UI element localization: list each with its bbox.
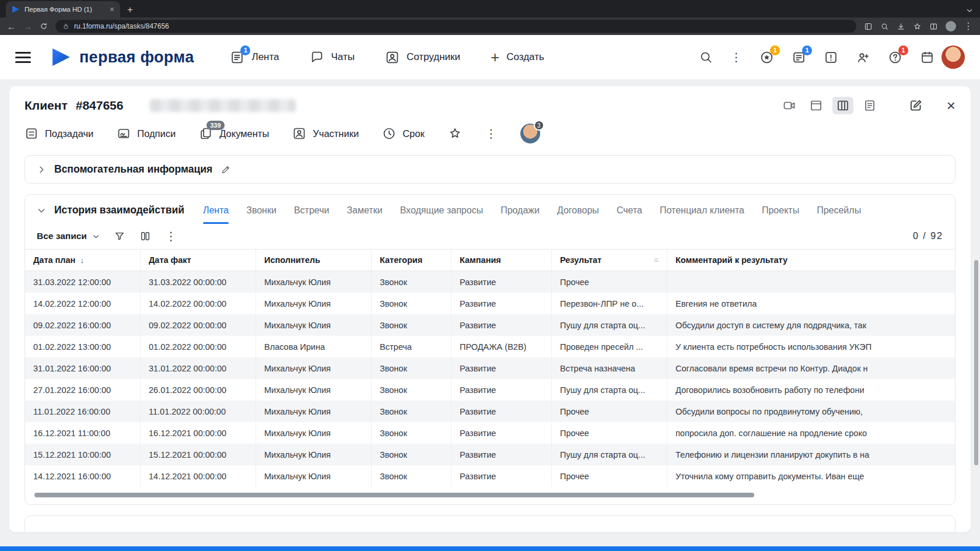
table-cell: Евгения не ответила [667,293,955,314]
history-tab-1[interactable]: Звонки [246,205,276,216]
nav-item-create[interactable]: + Создать [491,51,544,63]
aux-info-section[interactable]: Вспомогательная информация [24,155,956,184]
chevron-down-icon[interactable] [37,206,46,215]
horizontal-scrollbar[interactable] [34,493,946,497]
participants-avatar[interactable]: 3 [520,124,540,143]
user-add-icon[interactable] [856,50,870,65]
sort-desc-icon[interactable]: ↓ [80,256,84,265]
history-tab-0[interactable]: Лента [203,205,229,216]
history-tab-2[interactable]: Встречи [294,205,330,216]
table-row[interactable]: 16.12.2021 11:00:0016.12.2021 00:00:00Ми… [25,422,955,444]
table-row[interactable]: 09.02.2022 16:00:0009.02.2022 00:00:00Ми… [25,314,955,336]
inbox-icon[interactable]: 1 [792,50,806,65]
column-header-comment[interactable]: Комментарий к результату [667,250,955,271]
new-tab-button[interactable]: + [127,5,133,15]
inbox-badge: 1 [802,45,812,55]
column-header-category[interactable]: Категория [372,250,452,271]
chevron-right-icon[interactable] [37,165,46,174]
history-tab-5[interactable]: Продажи [501,205,540,216]
alerts-icon[interactable] [824,50,838,65]
table-row[interactable]: 01.02.2022 13:00:0001.02.2022 00:00:00Вл… [25,336,955,357]
vertical-scrollbar[interactable] [974,260,978,465]
table-view-button[interactable] [832,97,853,114]
header-kebab-icon[interactable]: ⋮ [730,51,742,63]
browser-tab[interactable]: Первая Форма HD (1) × [6,1,120,17]
table-cell: Встреча назначена [552,357,667,379]
column-header-date-plan[interactable]: Дата план ↓ [25,250,141,271]
column-menu-icon[interactable]: ≡ [654,255,659,265]
subtasks-button[interactable]: Подзадачи [24,127,93,141]
table-row[interactable]: 14.12.2021 16:00:0014.12.2021 00:00:00Ми… [25,465,955,487]
table-row[interactable]: 11.01.2022 16:00:0011.01.2022 00:00:00Ми… [25,401,955,422]
edit-pencil-icon[interactable] [220,164,231,175]
browser-menu-icon[interactable]: ⋮ [964,22,973,31]
search-icon[interactable] [699,50,713,64]
columns-settings-icon[interactable] [139,230,151,242]
bottom-accent-bar [0,546,980,551]
documents-button[interactable]: 339 Документы [199,127,269,141]
column-header-date-fact[interactable]: Дата факт [141,250,256,271]
notes-view-button[interactable] [859,97,880,114]
close-icon[interactable]: × [947,98,956,113]
bookmark-star-icon[interactable] [913,22,922,31]
logo-text: первая форма [79,48,194,66]
table-row[interactable]: 14.02.2022 12:00:0014.02.2022 00:00:00Ми… [25,293,955,314]
history-tab-3[interactable]: Заметки [346,205,382,216]
records-filter-dropdown[interactable]: Все записи [37,231,100,241]
edit-task-icon[interactable] [908,98,923,113]
site-info-icon[interactable] [62,23,69,30]
table-row[interactable]: 15.12.2021 10:00:0015.12.2021 00:00:00Ми… [25,444,955,465]
app-logo[interactable]: первая форма [51,48,194,66]
nav-item-employees[interactable]: Сотрудники [385,50,460,65]
hamburger-menu-icon[interactable] [15,52,31,63]
table-cell: Пушу для старта оц... [552,314,667,336]
browser-profile-avatar[interactable] [946,21,956,31]
history-tab-9[interactable]: Проекты [762,205,799,216]
favorites-icon[interactable]: 1 [760,50,774,65]
signatures-button[interactable]: Подписи [117,127,176,141]
history-kebab-icon[interactable]: ⋮ [165,230,177,242]
records-counter: 0 / 92 [913,231,943,241]
table-cell: 16.12.2021 00:00:00 [141,422,256,444]
user-avatar[interactable] [942,45,965,69]
calendar-icon[interactable] [920,50,935,65]
filter-funnel-icon[interactable] [114,230,125,242]
video-view-button[interactable] [779,97,800,114]
nav-item-feed[interactable]: 1 Лента [230,50,279,65]
table-cell: Перезвон-ЛПР не о... [552,293,667,314]
column-header-campaign[interactable]: Кампания [452,250,552,271]
participants-button[interactable]: Участники [292,127,359,141]
history-tab-6[interactable]: Договоры [557,205,599,216]
table-row[interactable]: 31.03.2022 12:00:0031.03.2022 00:00:00Ми… [25,271,955,293]
column-header-executor[interactable]: Исполнитель [256,250,372,271]
history-tab-8[interactable]: Потенциал клиента [660,205,744,216]
deadline-button[interactable]: Срок [382,127,425,141]
toolbar-kebab-icon[interactable]: ⋮ [485,128,497,139]
history-tabs: ЛентаЗвонкиВстречиЗаметкиВходящие запрос… [203,205,861,216]
table-cell: Михальчук Юлия [256,379,372,401]
history-tab-10[interactable]: Пресейлы [817,205,861,216]
horizontal-scrollbar-thumb[interactable] [34,493,754,497]
panel-view-button[interactable] [806,97,827,114]
download-icon[interactable] [897,22,905,31]
help-icon[interactable]: 1 [888,50,902,65]
column-header-result[interactable]: Результат ≡ [552,250,667,271]
history-tab-7[interactable]: Счета [617,205,642,216]
tab-close-icon[interactable]: × [110,5,114,13]
forward-icon[interactable]: → [23,22,32,31]
nav-item-chats[interactable]: Чаты [310,50,355,65]
table-cell: Развитие [452,314,552,336]
history-filter-row: Все записи ⋮ 0 / 92 [25,224,955,249]
next-section-card[interactable] [24,515,956,532]
tab-search-icon[interactable] [966,7,973,14]
favorite-star-icon[interactable] [448,127,462,141]
split-view-icon[interactable] [929,22,938,31]
reload-icon[interactable] [40,22,48,30]
address-bar[interactable]: ru.1forma.ru/spa/tasks/847656 [55,20,856,33]
table-row[interactable]: 31.01.2022 16:00:0031.01.2022 00:00:00Ми… [25,357,955,379]
table-row[interactable]: 27.01.2022 16:00:0026.01.2022 00:00:00Ми… [25,379,955,401]
zoom-icon[interactable] [880,22,889,31]
search-tabs-icon[interactable] [864,22,873,31]
back-icon[interactable]: ← [7,22,16,31]
history-tab-4[interactable]: Входящие запросы [400,205,484,216]
